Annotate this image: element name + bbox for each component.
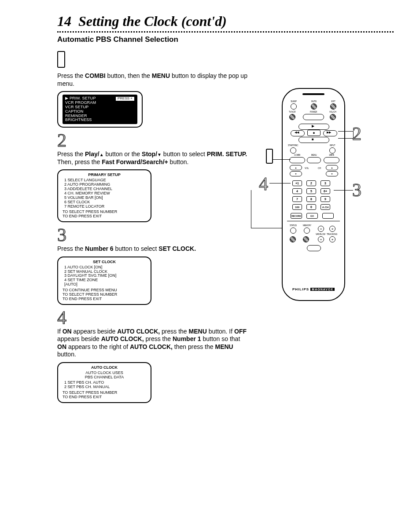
t: Press the	[57, 72, 85, 79]
rev-button[interactable]: ⊖	[318, 225, 324, 232]
b: AUTO CLOCK,	[101, 335, 144, 342]
t: Press the	[57, 245, 85, 252]
callout-2: 2	[352, 123, 361, 144]
b: Number 6	[85, 245, 114, 252]
b: AUTO CLOCK,	[117, 328, 160, 335]
num-ach[interactable]: A.CH	[321, 204, 330, 210]
t: button.	[57, 351, 76, 358]
num-7[interactable]: 7	[292, 196, 302, 202]
b: ON	[63, 328, 72, 335]
rew2-button[interactable]	[290, 236, 296, 242]
step-4-numeral: 4	[57, 308, 394, 327]
stop-eject-button[interactable]	[306, 245, 321, 251]
play-icon: ▶	[312, 124, 314, 128]
volch-button[interactable]: VOL/CH	[329, 111, 336, 120]
num-4[interactable]: 4	[292, 188, 302, 194]
callout-2-line	[338, 131, 353, 132]
num-2[interactable]: 2	[306, 180, 316, 186]
t: button or the	[104, 150, 142, 158]
t: Play/	[85, 150, 99, 158]
numpad-row4: 100 0 A.CH	[292, 204, 330, 210]
remote-brand: PHILIPS MAGNAVOX	[283, 287, 344, 291]
t: button to select	[162, 150, 207, 158]
record-button[interactable]: RECORD	[291, 213, 302, 219]
t: If	[57, 328, 63, 335]
num-1[interactable]: +1	[292, 180, 302, 186]
num-9[interactable]: 9	[321, 196, 330, 202]
lbl: INPUT	[330, 144, 335, 147]
callout-2-linev	[353, 131, 354, 138]
press-plus-box: PRESS +	[115, 96, 135, 101]
brand-text: PHILIPS	[292, 287, 309, 291]
t: button.	[168, 158, 189, 165]
power-button[interactable]: POWER	[302, 111, 324, 120]
b: Play/	[85, 150, 104, 158]
down-icon: ■	[312, 137, 314, 141]
triangle-up-icon	[99, 150, 104, 158]
num-0[interactable]: 0	[306, 204, 316, 210]
menu-button[interactable]: MENU	[306, 154, 321, 163]
t: button to select	[114, 245, 159, 252]
fwd-button[interactable]: ⊕	[329, 225, 335, 232]
b: COMBI	[85, 72, 106, 79]
ch-label: CH	[318, 167, 321, 169]
callout-bottom-line	[251, 228, 282, 228]
stop-button[interactable]: ●	[307, 130, 321, 136]
s4-f2: TO END PRESS EXIT	[63, 395, 146, 400]
t: button. If	[207, 328, 234, 335]
num-3[interactable]: 3	[321, 180, 330, 186]
ff2-button[interactable]	[303, 236, 309, 242]
tvvcr-button[interactable]: TV/VCR	[289, 111, 295, 120]
ff-icon: ▶▶	[327, 131, 331, 134]
divider-dots	[57, 31, 394, 33]
stop-down-button[interactable]	[298, 137, 329, 143]
t: appears to the right of	[66, 343, 130, 350]
b: MENU	[189, 328, 207, 335]
memory-button[interactable]: MEMORY	[303, 224, 311, 234]
step-4-text: If ON appears beside AUTO CLOCK, press t…	[57, 328, 251, 359]
b: Number 1	[173, 335, 201, 342]
callout-bottom-linev	[251, 190, 251, 228]
lbl: START/REC	[288, 144, 298, 147]
vol-down[interactable]: ▼	[290, 171, 302, 176]
combi-button[interactable]: COMBI	[289, 154, 306, 163]
t: appears beside	[57, 335, 101, 342]
btn-c[interactable]	[322, 213, 334, 219]
num-5[interactable]: 5	[306, 188, 316, 194]
track-minus[interactable]: ⊖	[318, 236, 324, 242]
num-100[interactable]: 100	[292, 204, 302, 210]
num-8[interactable]: 8	[306, 196, 316, 202]
mute-button[interactable]: MUTE	[311, 100, 317, 110]
s3-header: SET CLOCK	[63, 260, 146, 264]
s3-f2: TO END PRESS EXIT	[63, 297, 146, 301]
track-plus[interactable]: ⊕	[329, 236, 335, 242]
b: MENU	[152, 72, 170, 79]
num-6[interactable]: 6+	[321, 188, 330, 194]
ch-up[interactable]: ▲	[326, 165, 338, 170]
callout-2-line2	[338, 138, 353, 139]
b: Fast Forward/Search/+	[102, 158, 168, 165]
t: press the	[160, 328, 188, 335]
remote-diagram: SLEEP MUTE EXIT TV/VCR POWER VOL/CH ▶ ◀◀…	[282, 88, 345, 301]
lbl: MUTE	[311, 100, 317, 103]
status-button[interactable]: STATUS	[290, 224, 297, 234]
lbl: POWER	[310, 111, 317, 113]
dbfb-button[interactable]: DBFB	[323, 154, 340, 163]
ch-down[interactable]: ▼	[326, 171, 338, 176]
callout-3: 3	[352, 180, 361, 201]
input-button[interactable]: INPUT	[329, 144, 335, 154]
startrec-button[interactable]: START/REC	[288, 144, 298, 154]
vol-up[interactable]: ▲	[290, 165, 302, 170]
sleep-button[interactable]: SLEEP	[291, 100, 297, 110]
lbl: VOL/CH	[329, 111, 336, 113]
exit-button[interactable]: EXIT	[330, 100, 336, 110]
step-1-text: Press the COMBI button, then the MENU bu…	[57, 72, 251, 88]
go-button[interactable]: GO	[306, 213, 318, 219]
remote-divider	[287, 221, 340, 221]
step-1-numeral	[57, 51, 65, 68]
lbl: EXIT	[331, 100, 335, 103]
callout-4-line	[269, 183, 291, 183]
t: press the	[144, 335, 173, 342]
varslow-label: VAR/SLOW	[314, 233, 327, 236]
b: Stop/	[142, 150, 162, 158]
